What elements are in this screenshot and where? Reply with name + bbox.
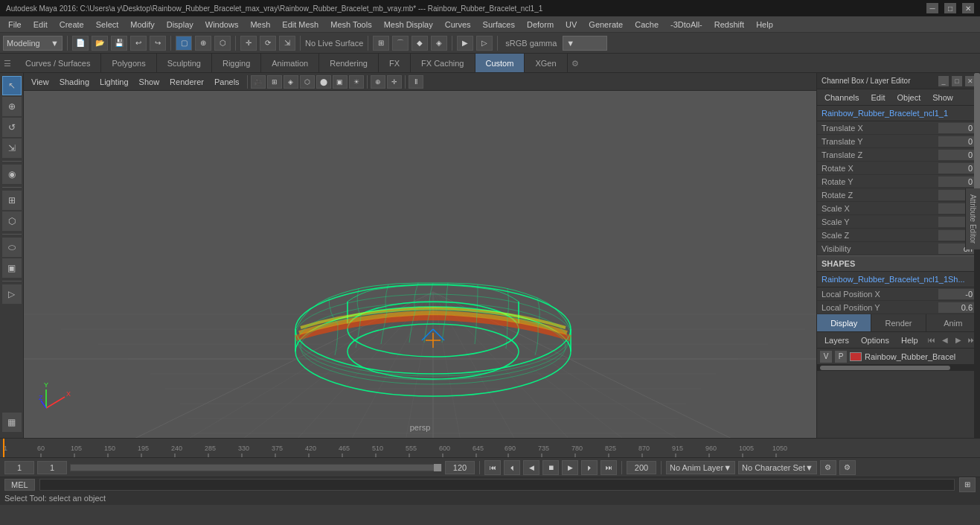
snapping-btn[interactable]: ⬡ [2, 211, 22, 231]
snap-point-button[interactable]: ◆ [411, 36, 428, 51]
cs-show[interactable]: Show [928, 92, 958, 104]
menu-windows[interactable]: Windows [200, 19, 244, 31]
vp-aa-btn[interactable]: Ⅱ [409, 75, 423, 89]
scale-tool-left[interactable]: ⇲ [2, 139, 22, 158]
close-button[interactable]: ✕ [962, 3, 974, 13]
attribute-editor-tab[interactable]: Attribute Editor [965, 188, 980, 249]
cb-minimize-btn[interactable]: _ [938, 76, 949, 86]
frame-slider[interactable] [70, 464, 442, 471]
tab-animation[interactable]: Animation [261, 54, 319, 72]
tab-xgen[interactable]: XGen [525, 54, 567, 72]
tab-fx[interactable]: FX [379, 54, 411, 72]
paint-skin-btn[interactable]: ⬭ [2, 238, 22, 257]
menu-mesh-display[interactable]: Mesh Display [379, 19, 438, 31]
char-options-btn[interactable]: ⚙ [839, 460, 856, 475]
character-set-dropdown[interactable]: No Character Set ▼ [738, 461, 817, 474]
gamma-dropdown[interactable]: ▼ [563, 36, 607, 51]
anim-options-btn[interactable]: ⚙ [820, 460, 836, 475]
move-tool-button[interactable]: ✛ [240, 36, 257, 51]
grid-area[interactable]: X Y Z persp [24, 91, 816, 438]
frame-start-field[interactable]: 1 [4, 461, 34, 474]
vp-panels-menu[interactable]: Panels [210, 76, 244, 88]
cb-expand-btn[interactable]: □ [952, 76, 962, 86]
next-frame-button[interactable]: ⏵ [581, 460, 598, 475]
tab-custom[interactable]: Custom [475, 54, 525, 72]
channel-value-lpy[interactable]: 0.6 [938, 302, 976, 313]
undo-button[interactable]: ↩ [130, 36, 147, 51]
ls-layers[interactable]: Layers [820, 334, 854, 346]
camera-btn[interactable]: ▷ [2, 284, 22, 304]
soft-select-btn[interactable]: ◉ [2, 165, 22, 184]
layer-visibility-btn[interactable]: V [820, 351, 832, 363]
tab-settings-icon[interactable]: ☰ [0, 54, 15, 73]
vp-shading-menu[interactable]: Shading [55, 76, 94, 88]
cs-channels[interactable]: Channels [820, 92, 863, 104]
tab-add-icon[interactable]: ⚙ [568, 54, 583, 73]
frame-current-field[interactable]: 1 [37, 461, 67, 474]
vp-renderer-menu[interactable]: Renderer [165, 76, 208, 88]
vp-lights-btn[interactable]: ☀ [349, 75, 364, 89]
select-tool-button[interactable]: ▢ [176, 36, 192, 51]
vp-solid-btn[interactable]: ⬤ [316, 75, 331, 89]
render-button[interactable]: ▶ [457, 36, 473, 51]
layer-arrow-next[interactable]: ▶ [952, 334, 964, 346]
vp-lighting-menu[interactable]: Lighting [95, 76, 133, 88]
menu-create[interactable]: Create [54, 19, 89, 31]
channel-value-rx[interactable]: 0 [938, 163, 976, 174]
snap-curve-button[interactable]: ⌒ [392, 36, 409, 51]
prev-frame-button[interactable]: ⏴ [504, 460, 520, 475]
lasso-tool-button[interactable]: ⊕ [195, 36, 211, 51]
channel-scrollbar-track[interactable] [974, 73, 980, 438]
go-end-button[interactable]: ⏭ [601, 460, 617, 475]
paint-tool-button[interactable]: ⬡ [214, 36, 231, 51]
channel-value-ry[interactable]: 0 [938, 176, 976, 187]
vp-res-btn[interactable]: ✛ [387, 75, 402, 89]
menu-edit[interactable]: Edit [28, 19, 53, 31]
channel-value-tz[interactable]: 0 [938, 150, 976, 160]
menu-uv[interactable]: UV [560, 19, 582, 31]
vp-view-menu[interactable]: View [27, 76, 54, 88]
ipr-button[interactable]: ▷ [476, 36, 493, 51]
vp-display-btn[interactable]: ◈ [284, 75, 298, 89]
channel-value-lpx[interactable]: -0 [938, 289, 976, 299]
tab-curves-surfaces[interactable]: Curves / Surfaces [15, 54, 101, 72]
anim-layer-dropdown[interactable]: No Anim Layer ▼ [666, 461, 735, 474]
play-back-button[interactable]: ◀ [523, 460, 539, 475]
tab-rigging[interactable]: Rigging [212, 54, 261, 72]
frame-end-field[interactable]: 120 [445, 461, 475, 474]
select-tool-left[interactable]: ↖ [2, 76, 22, 95]
dt-tab-anim[interactable]: Anim [926, 314, 980, 331]
menu-cache[interactable]: Cache [630, 19, 664, 31]
tab-fx-caching[interactable]: FX Caching [411, 54, 475, 72]
layer-scrollbar-thumb[interactable] [820, 366, 950, 370]
menu-select[interactable]: Select [91, 19, 124, 31]
menu-mesh-tools[interactable]: Mesh Tools [325, 19, 377, 31]
viewport-btn-left[interactable]: ▦ [2, 413, 22, 432]
menu-file[interactable]: File [3, 19, 27, 31]
rotate-tool-button[interactable]: ⟳ [260, 36, 276, 51]
open-file-button[interactable]: 📂 [92, 36, 108, 51]
snap-grid-button[interactable]: ⊞ [373, 36, 389, 51]
menu-surfaces[interactable]: Surfaces [478, 19, 520, 31]
stop-button[interactable]: ⏹ [542, 460, 559, 475]
vp-wireframe-btn[interactable]: ⬡ [300, 75, 315, 89]
menu-deform[interactable]: Deform [522, 19, 559, 31]
move-tool-left[interactable]: ⊕ [2, 97, 22, 116]
tab-polygons[interactable]: Polygons [101, 54, 156, 72]
menu-modify[interactable]: Modify [125, 19, 159, 31]
layer-arrow-first[interactable]: ⏮ [926, 334, 938, 346]
channel-value-tx[interactable]: 0 [938, 123, 976, 133]
vp-textured-btn[interactable]: ▣ [333, 75, 348, 89]
layer-arrow-prev[interactable]: ◀ [939, 334, 951, 346]
minimize-button[interactable]: ─ [926, 3, 938, 13]
ls-help[interactable]: Help [897, 334, 923, 346]
maximize-button[interactable]: □ [944, 3, 956, 13]
dt-tab-render[interactable]: Render [871, 314, 926, 331]
new-file-button[interactable]: 📄 [72, 36, 89, 51]
status-options-btn[interactable]: ⊞ [959, 477, 976, 492]
mode-dropdown[interactable]: Modeling ▼ [3, 36, 63, 51]
quick-sel-btn[interactable]: ▣ [2, 258, 22, 278]
tab-rendering[interactable]: Rendering [319, 54, 379, 72]
cs-edit[interactable]: Edit [866, 92, 889, 104]
menu-generate[interactable]: Generate [583, 19, 628, 31]
